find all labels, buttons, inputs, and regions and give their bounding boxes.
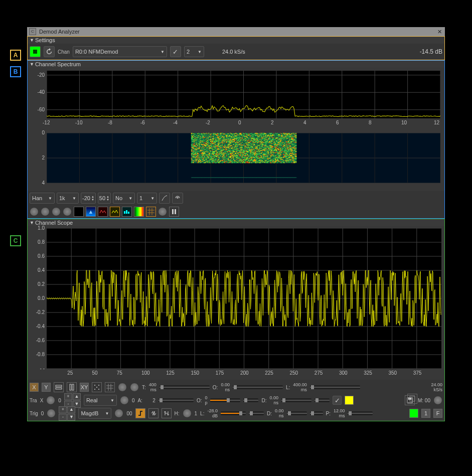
svg-rect-5431 bbox=[295, 160, 296, 160]
decay-select[interactable]: 1▼ bbox=[137, 193, 157, 204]
display-waterfall-icon[interactable] bbox=[134, 207, 144, 217]
fft-window-select[interactable]: Han▼ bbox=[30, 193, 55, 204]
svg-rect-991 bbox=[295, 137, 296, 137]
trace-amp-slider[interactable] bbox=[159, 398, 194, 402]
l-label: L: bbox=[286, 385, 290, 390]
trace-visible-check[interactable] bbox=[333, 396, 342, 405]
trigger-both-icon[interactable] bbox=[148, 408, 159, 418]
l-slider[interactable] bbox=[310, 385, 360, 389]
display-current-icon[interactable] bbox=[110, 207, 120, 217]
svg-rect-3151 bbox=[295, 148, 296, 148]
mode-y-button[interactable]: Y bbox=[42, 383, 51, 392]
o-value: 0.00ns bbox=[221, 382, 230, 392]
svg-rect-4711 bbox=[295, 156, 296, 156]
trig-pre-slider[interactable] bbox=[348, 411, 373, 415]
spectrum-fft-plot[interactable] bbox=[47, 71, 440, 118]
range-spin[interactable]: 50▲▼ bbox=[98, 193, 111, 204]
trace-color-swatch[interactable] bbox=[345, 396, 354, 405]
broadcast-icon[interactable] bbox=[172, 193, 183, 204]
scope-header[interactable]: ▼ Channel Scope bbox=[28, 219, 444, 226]
trigger-rising-icon[interactable] bbox=[135, 408, 145, 418]
grid-intensity-dial[interactable] bbox=[118, 383, 127, 392]
scope-plot-area: 1.00.80.60.40.20.0-0.2-0.4-0.6-0.8- - 25… bbox=[28, 226, 444, 380]
trace-mode-select[interactable]: Real▼ bbox=[84, 395, 117, 406]
trigger-add-button[interactable]: + bbox=[59, 406, 67, 413]
trigger-up-button[interactable]: ▲ bbox=[67, 406, 75, 413]
channel-select[interactable]: R0:0 NFMDemod▼ bbox=[73, 46, 167, 57]
trigger-edge-dial[interactable] bbox=[114, 409, 123, 418]
window-titlebar[interactable]: C Demod Analyzer ✕ bbox=[27, 27, 445, 36]
t-label: T: bbox=[142, 385, 146, 390]
mode-x-button[interactable]: X bbox=[30, 383, 39, 392]
display-maxhold-icon[interactable] bbox=[98, 207, 108, 217]
trace-intensity-dial[interactable] bbox=[130, 383, 139, 392]
o-slider[interactable] bbox=[233, 385, 283, 389]
scope-plot[interactable] bbox=[47, 228, 441, 369]
trigger-free-button[interactable]: F bbox=[433, 409, 442, 418]
close-icon[interactable]: ✕ bbox=[436, 28, 443, 35]
curve-icon[interactable] bbox=[159, 193, 170, 204]
svg-rect-4231 bbox=[295, 153, 296, 154]
trigger-select-dial[interactable] bbox=[47, 409, 56, 418]
trace-amp-dial[interactable] bbox=[120, 396, 129, 405]
trace-delay-fine[interactable] bbox=[314, 398, 330, 402]
svg-rect-5791 bbox=[295, 161, 296, 162]
scope-section: ▼ Channel Scope 1.00.80.60.40.20.0-0.2-0… bbox=[27, 219, 445, 421]
dial-5[interactable] bbox=[158, 207, 167, 216]
dial-4[interactable] bbox=[63, 207, 72, 216]
collapse-icon: ▼ bbox=[30, 220, 34, 225]
svg-rect-6156 bbox=[172, 209, 174, 214]
trigger-mode-select[interactable]: MagdB▼ bbox=[78, 408, 111, 419]
trace-add-button[interactable]: + bbox=[64, 393, 72, 400]
averaging-select[interactable]: No▼ bbox=[113, 193, 135, 204]
channel-decimation[interactable]: 2▼ bbox=[184, 46, 204, 57]
grid-icon[interactable] bbox=[105, 382, 115, 392]
settings-header[interactable]: ▼ Settings bbox=[28, 37, 444, 44]
display-fill-icon[interactable]: ▲ bbox=[86, 207, 96, 217]
trig-h-dial[interactable] bbox=[183, 409, 192, 418]
mode-split-v-icon[interactable] bbox=[67, 382, 77, 392]
trace-delay-coarse[interactable] bbox=[281, 398, 311, 402]
ref-level-spin[interactable]: -20▲▼ bbox=[81, 193, 96, 204]
trace-offset-coarse[interactable] bbox=[210, 398, 240, 402]
dial-3[interactable] bbox=[52, 207, 61, 216]
spectrum-header[interactable]: ▼ Channel Spectrum bbox=[28, 61, 444, 68]
trigger-armed-indicator[interactable] bbox=[409, 409, 418, 418]
svg-rect-6157 bbox=[175, 209, 176, 214]
trig-level-fine[interactable] bbox=[249, 411, 264, 415]
trig-delay-coarse[interactable] bbox=[287, 411, 307, 415]
trace-select-dial[interactable] bbox=[46, 396, 55, 405]
dots-icon[interactable] bbox=[92, 382, 102, 392]
trigger-edge-val: 00 bbox=[126, 411, 132, 416]
trig-level-coarse[interactable] bbox=[221, 411, 246, 415]
t-slider[interactable] bbox=[160, 385, 210, 389]
run-button[interactable] bbox=[30, 46, 41, 57]
trace-offset-fine[interactable] bbox=[243, 398, 258, 402]
fft-size-select[interactable]: 1k▼ bbox=[57, 193, 79, 204]
memory-dial[interactable] bbox=[433, 396, 442, 405]
load-icon[interactable] bbox=[407, 394, 417, 404]
trigger-down-button[interactable]: ▼ bbox=[67, 414, 75, 421]
dial-1[interactable] bbox=[30, 207, 39, 216]
spectrum-waterfall[interactable] bbox=[47, 133, 440, 183]
display-clear-icon[interactable] bbox=[74, 207, 84, 217]
channel-enable-check[interactable] bbox=[170, 46, 181, 57]
trigger-falling-icon[interactable] bbox=[162, 408, 172, 418]
trigger-index: 0 bbox=[41, 411, 44, 416]
dial-2[interactable] bbox=[41, 207, 50, 216]
svg-rect-511 bbox=[295, 135, 296, 135]
trig-h-label: H: bbox=[175, 411, 180, 416]
display-histogram-icon[interactable] bbox=[122, 207, 132, 217]
svg-rect-4351 bbox=[295, 154, 296, 154]
trigger-remove-button[interactable]: - bbox=[59, 414, 67, 421]
trace-up-button[interactable]: ▲ bbox=[73, 393, 81, 400]
svg-rect-3031 bbox=[295, 147, 296, 148]
pause-icon[interactable] bbox=[169, 207, 179, 217]
mode-split-h-icon[interactable] bbox=[54, 382, 64, 392]
display-grid-icon[interactable] bbox=[146, 207, 156, 217]
trigger-one-button[interactable]: 1 bbox=[421, 409, 430, 418]
trig-delay-fine[interactable] bbox=[310, 411, 323, 415]
svg-rect-4831 bbox=[295, 156, 296, 157]
mode-xy-button[interactable]: XY bbox=[80, 383, 89, 392]
reset-button[interactable] bbox=[44, 46, 55, 57]
